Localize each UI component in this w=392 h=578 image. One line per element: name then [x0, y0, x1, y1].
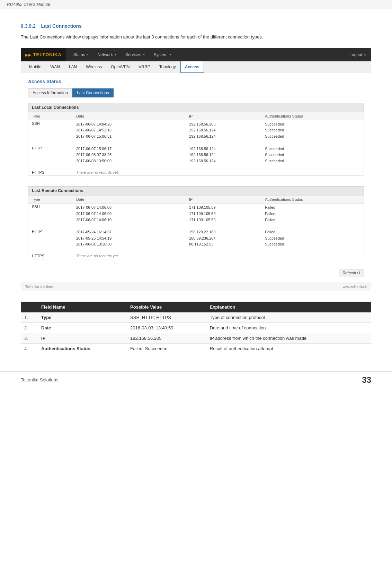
ip-cell: 192.168.56.124192.168.56.124192.168.56.1…	[186, 145, 261, 165]
table-row: HTTPS There are no records yet.	[28, 169, 364, 176]
local-col-ip: IP	[186, 112, 261, 120]
local-table-header-row: Type Date IP Authentications Status	[28, 112, 364, 120]
logout-icon: ⎋	[364, 52, 366, 57]
network-arrow-icon: ▼	[114, 53, 117, 56]
subnav-wan[interactable]: WAN	[46, 61, 64, 73]
type-cell: HTTP	[28, 145, 73, 165]
local-connections-title: Last Local Connections	[28, 103, 364, 112]
subnav-mobile[interactable]: Mobile	[25, 61, 46, 73]
date-cell: 2017-05-24 16:14:372017-05-25 14:54:1920…	[73, 228, 186, 249]
remote-connections-section: Last Remote Connections Type Date IP Aut…	[28, 186, 364, 259]
remote-connections-table: Type Date IP Authentications Status SSH …	[28, 195, 364, 259]
ip-cell: 171.109.105.59171.109.105.59171.109.105.…	[186, 204, 261, 224]
separator-row	[28, 249, 364, 253]
table-row: HTTPS There are no records yet.	[28, 253, 364, 259]
tab-last-connections[interactable]: Last Connections	[72, 88, 114, 97]
row-number: 4.	[21, 343, 38, 354]
ip-cell	[186, 253, 261, 259]
type-cell: HTTPS	[28, 169, 73, 176]
col-num	[21, 302, 38, 312]
router-footer: Teltonika solutions www.teltonika.lt	[21, 283, 371, 291]
page-header: RUT955 User's Manual	[0, 0, 392, 9]
nav-item-services[interactable]: Services ▼	[121, 48, 150, 61]
refresh-button[interactable]: Refresh ↺	[339, 269, 364, 277]
subnav-vrrp[interactable]: VRRP	[134, 61, 154, 73]
services-arrow-icon: ▼	[143, 53, 145, 56]
row-number: 3.	[21, 333, 38, 343]
remote-col-date: Date	[73, 196, 186, 204]
tab-bar: Access Information Last Connections	[28, 88, 364, 97]
type-cell: SSH	[28, 204, 73, 224]
ip-cell: 158.129.22.189188.69.236.20488.119.152.9…	[186, 228, 261, 249]
remote-col-ip: IP	[186, 196, 261, 204]
col-explanation: Explanation	[206, 302, 371, 312]
field-name-cell: IP	[38, 333, 127, 343]
explanation-cell: IP address from which the connection was…	[206, 333, 371, 343]
nav-item-network[interactable]: Network ▼	[93, 48, 121, 61]
row-number: 2.	[21, 322, 38, 333]
col-possible-value: Possible Value	[127, 302, 206, 312]
info-table: Field Name Possible Value Explanation 1.…	[21, 302, 371, 354]
subnav-openvpn[interactable]: OpenVPN	[106, 61, 134, 73]
status-cell: SucceededSucceededSucceeded	[261, 120, 364, 140]
refresh-icon: ↺	[357, 271, 360, 275]
subnav-access[interactable]: Access	[180, 61, 204, 73]
separator-row	[28, 141, 364, 145]
status-cell: FailedFailedFailed	[261, 204, 364, 224]
section-number: 6.3.9.2	[21, 23, 36, 29]
router-subnav: Mobile WAN LAN Wireless OpenVPN VRRP Top…	[21, 61, 371, 73]
remote-col-type: Type	[28, 196, 73, 204]
list-item: 4. Authentications Status Failed; Succee…	[21, 343, 371, 354]
system-arrow-icon: ▼	[169, 53, 172, 56]
section-title: Last Connections	[41, 23, 81, 29]
date-cell: There are no records yet.	[73, 169, 186, 176]
section-heading: 6.3.9.2 Last Connections	[21, 23, 371, 29]
ip-cell	[186, 169, 261, 176]
possible-value-cell: Failed; Succeeded	[127, 343, 206, 354]
subnav-topology[interactable]: Topology	[155, 61, 180, 73]
table-row: SSH 2017-06-07 14:04:282017-06-07 14:52:…	[28, 120, 364, 140]
status-cell: FailedSucceededSucceeded	[261, 228, 364, 249]
nav-item-status[interactable]: Status ▼	[69, 48, 93, 61]
date-cell: 2017-06-07 15:06:172017-06-08 07:33:2520…	[73, 145, 186, 165]
local-col-date: Date	[73, 112, 186, 120]
page-footer: Teltonika Solutions 33	[0, 371, 392, 388]
refresh-area: Refresh ↺	[28, 266, 364, 277]
col-field-name: Field Name	[38, 302, 127, 312]
type-cell: HTTP	[28, 228, 73, 249]
list-item: 3. IP 192.168.56.205 IP address from whi…	[21, 333, 371, 343]
footer-right: www.teltonika.lt	[343, 285, 367, 289]
nav-item-system[interactable]: System ▼	[150, 48, 176, 61]
list-item: 2. Date 2016-03-03, 13:40:59 Date and ti…	[21, 322, 371, 333]
status-arrow-icon: ▼	[87, 53, 89, 56]
local-col-type: Type	[28, 112, 73, 120]
info-table-header-row: Field Name Possible Value Explanation	[21, 302, 371, 312]
separator-row	[28, 224, 364, 228]
intro-paragraph: The Last Connections window displays inf…	[21, 34, 371, 41]
field-name-cell: Authentications Status	[38, 343, 127, 354]
remote-connections-title: Last Remote Connections	[28, 186, 364, 195]
separator-row	[28, 165, 364, 169]
type-cell: SSH	[28, 120, 73, 140]
router-ui-screenshot: ▶▶ TELTONIKA Status ▼ Network ▼ Services…	[21, 48, 371, 291]
status-cell	[261, 169, 364, 176]
possible-value-cell: SSH; HTTP; HTTPS	[127, 312, 206, 323]
access-status-title: Access Status	[28, 79, 364, 84]
router-content: Access Status Access Information Last Co…	[21, 73, 371, 283]
row-number: 1.	[21, 312, 38, 323]
table-row: SSH 2017-06-07 14:06:082017-06-07 14:06:…	[28, 204, 364, 224]
subnav-wireless[interactable]: Wireless	[81, 61, 106, 73]
footer-company: Teltonika Solutions	[21, 377, 58, 382]
local-col-auth: Authentications Status	[261, 112, 364, 120]
tab-access-information[interactable]: Access Information	[28, 88, 72, 97]
date-cell: 2017-06-07 14:06:082017-06-07 14:06:0920…	[73, 204, 186, 224]
possible-value-cell: 2016-03-03, 13:40:59	[127, 322, 206, 333]
subnav-lan[interactable]: LAN	[64, 61, 81, 73]
ip-cell: 192.168.56.205192.168.56.124192.168.56.1…	[186, 120, 261, 140]
manual-title: RUT955 User's Manual	[7, 2, 50, 7]
page-number: 33	[362, 375, 371, 385]
table-row: HTTP 2017-06-07 15:06:172017-06-08 07:33…	[28, 145, 364, 165]
field-name-cell: Type	[38, 312, 127, 323]
logout-button[interactable]: Logout ⎋	[345, 48, 371, 61]
date-cell: 2017-06-07 14:04:282017-06-07 14:52:1620…	[73, 120, 186, 140]
